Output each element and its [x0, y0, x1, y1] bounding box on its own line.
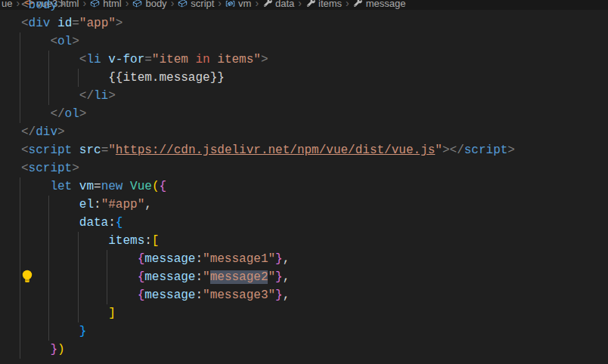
code-line[interactable]: {message:"message3"},: [0, 286, 608, 304]
code-token: new: [101, 180, 123, 193]
indent-guide: [78, 69, 79, 87]
indent-guide: [48, 286, 49, 304]
code-token: [101, 53, 109, 66]
code-token: data: [79, 216, 108, 230]
code-token: >: [108, 89, 116, 103]
code-token: </: [79, 89, 94, 103]
code-token: [21, 71, 108, 85]
code-token: {: [138, 252, 145, 266]
indent-guide: [78, 304, 79, 322]
indent-guide: [20, 69, 20, 87]
indent-guide: [20, 214, 20, 232]
code-line[interactable]: {message:"message2"},: [0, 268, 608, 286]
code-line[interactable]: }: [0, 322, 608, 341]
code-editor[interactable]: <body><div id="app"> <ol> <li v-for="ite…: [0, 0, 608, 359]
code-token: items: [108, 234, 144, 248]
code-token: "message1": [203, 252, 275, 266]
code-token: <: [21, 143, 29, 157]
code-token: el: [79, 198, 94, 211]
code-token: vm: [79, 180, 94, 193]
code-token: {: [138, 288, 145, 302]
code-line[interactable]: <script src="https://cdn.jsdelivr.net/np…: [0, 141, 608, 159]
code-token: {{item.message}}: [108, 71, 225, 85]
code-token: <: [50, 35, 57, 48]
code-token: ": [108, 143, 116, 157]
code-token: ": [435, 143, 442, 157]
code-token: =: [72, 17, 79, 30]
code-token: <: [21, 162, 29, 175]
code-token: }: [275, 270, 283, 284]
indent-guide: [20, 250, 20, 268]
code-line[interactable]: items:[: [0, 232, 608, 250]
indent-guide: [78, 286, 79, 304]
code-token: ol: [57, 35, 72, 48]
code-token: "app": [79, 17, 116, 30]
indent-guide: [48, 322, 49, 341]
code-line[interactable]: <script>: [0, 159, 608, 177]
code-token: let: [50, 180, 72, 193]
code-token: <: [21, 17, 29, 30]
code-token: >: [79, 107, 87, 121]
code-token: https://cdn.jsdelivr.net/npm/vue/dist/vu…: [116, 143, 435, 157]
code-line[interactable]: <ol>: [0, 32, 608, 51]
code-token: :: [108, 216, 116, 230]
code-line[interactable]: {message:"message1"},: [0, 250, 608, 268]
code-token: [21, 180, 50, 193]
code-token: <: [79, 53, 87, 66]
indent-guide: [20, 322, 20, 341]
code-line[interactable]: <div id="app">: [0, 14, 608, 32]
code-token: [21, 35, 50, 48]
code-token: items": [210, 53, 261, 66]
code-token: </: [21, 125, 36, 139]
code-token: =: [101, 143, 109, 157]
code-token: message: [144, 288, 195, 302]
indent-guide: [20, 341, 20, 359]
code-line[interactable]: el:"#app",: [0, 196, 608, 214]
code-token: }: [50, 343, 57, 356]
code-token: ol: [65, 107, 79, 121]
code-line[interactable]: <li v-for="item in items">: [0, 51, 608, 69]
code-token: :: [144, 234, 152, 248]
indent-guide: [20, 87, 20, 105]
code-token: ,: [283, 270, 290, 284]
code-line[interactable]: let vm=new Vue({: [0, 177, 608, 196]
indent-guide: [48, 214, 49, 232]
code-token: >: [72, 35, 79, 48]
code-token: }: [275, 252, 283, 266]
code-token: script: [29, 143, 73, 157]
code-token: }: [275, 288, 283, 302]
indent-guide: [20, 105, 20, 123]
vscode-editor-window: ue›<>vue3.html›html›body›script›vm›data›…: [0, 0, 608, 364]
code-line[interactable]: </div>: [0, 123, 608, 141]
indent-guide: [20, 177, 20, 196]
code-line[interactable]: }): [0, 341, 608, 359]
code-token: div: [29, 17, 51, 30]
indent-guide: [48, 51, 49, 69]
code-token: >: [116, 17, 123, 30]
code-line[interactable]: {{item.message}}: [0, 69, 608, 87]
indent-guide: [78, 250, 79, 268]
code-line[interactable]: </li>: [0, 87, 608, 105]
code-token: [: [152, 234, 160, 248]
code-token: div: [36, 125, 57, 139]
lightbulb-code-action-icon[interactable]: [20, 269, 34, 285]
code-line[interactable]: ]: [0, 304, 608, 322]
code-line[interactable]: <body>: [0, 0, 608, 14]
code-token: >: [57, 125, 65, 139]
indent-guide: [20, 304, 20, 322]
code-token: >: [72, 162, 79, 175]
indent-guide: [48, 250, 49, 268]
code-line[interactable]: data:{: [0, 214, 608, 232]
code-token: "message3": [203, 288, 275, 302]
code-token: ></: [442, 143, 464, 157]
indent-guide: [48, 196, 49, 214]
code-token: {: [138, 270, 145, 284]
indent-guide: [20, 232, 20, 250]
code-token: [21, 343, 50, 356]
code-token: :: [195, 270, 203, 284]
code-token: "#app": [101, 198, 145, 211]
code-token: [21, 307, 108, 320]
code-token: src: [79, 143, 101, 157]
code-line[interactable]: </ol>: [0, 105, 608, 123]
code-token: =: [94, 180, 101, 193]
